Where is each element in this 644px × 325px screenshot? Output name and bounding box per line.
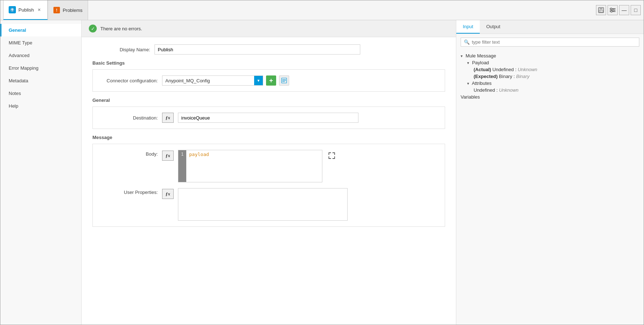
tree-variables[interactable]: Variables: [461, 94, 639, 100]
tree-attributes-undefined: Undefined : Unknown: [474, 87, 639, 94]
add-config-button[interactable]: +: [266, 75, 276, 86]
payload-actual-key: (Actual): [474, 67, 491, 72]
sidebar-item-error-mapping[interactable]: Error Mapping: [0, 62, 81, 74]
payload-expected-key: (Expected): [474, 74, 497, 79]
right-panel: Input Output 🔍 ▾ Mule Message: [456, 20, 644, 325]
tab-problems-label: Problems: [63, 8, 83, 13]
connector-config-select[interactable]: Anypoint_MQ_Config ▾: [162, 75, 263, 86]
status-bar: ✓ There are no errors.: [82, 20, 456, 37]
body-row: Body: ƒx 1 payload: [100, 150, 438, 182]
mule-message-chevron: ▾: [461, 54, 463, 58]
payload-expected-type: Binary: [499, 74, 512, 79]
user-properties-editor[interactable]: [178, 188, 348, 221]
basic-settings-header: Basic Settings: [92, 60, 445, 66]
payload-expected-subtype: Binary: [516, 74, 530, 79]
sidebar-item-notes[interactable]: Notes: [0, 87, 81, 100]
content-area: ✓ There are no errors. Display Name: Bas…: [82, 20, 456, 325]
panel-tabs: Input Output: [456, 20, 644, 34]
general-section-box: Destination: ƒx: [92, 107, 445, 129]
tree-payload-expected: (Expected) Binary : Binary: [474, 73, 639, 80]
sidebar-item-help[interactable]: Help: [0, 100, 81, 112]
tree-attributes-children: Undefined : Unknown: [467, 87, 639, 94]
variables-label: Variables: [461, 94, 480, 100]
user-properties-row: User Properties: ƒx: [100, 188, 438, 221]
connector-config-value: Anypoint_MQ_Config: [162, 78, 254, 83]
settings-button[interactable]: [608, 5, 618, 15]
sidebar: General MIME Type Advanced Error Mapping…: [0, 20, 82, 325]
filter-input-wrap[interactable]: 🔍: [461, 38, 639, 47]
payload-label: Payload: [472, 60, 489, 65]
tree-area: ▾ Mule Message ▾ Payload (Actual): [456, 50, 644, 103]
svg-point-10: [610, 8, 612, 9]
destination-row: Destination: ƒx: [100, 113, 438, 123]
display-name-input[interactable]: [155, 44, 360, 55]
svg-text:!: !: [56, 8, 57, 12]
title-bar: Publish ✕ ! Problems — □: [0, 0, 644, 20]
display-name-label: Display Name:: [92, 47, 150, 52]
edit-config-button[interactable]: [279, 75, 289, 86]
message-section-box: Body: ƒx 1 payload: [92, 144, 445, 227]
tree-payload-children: (Actual) Undefined : Unknown (Expected) …: [467, 66, 639, 80]
status-check-icon: ✓: [89, 25, 97, 32]
svg-rect-4: [600, 8, 602, 9]
tree-payload-actual: (Actual) Undefined : Unknown: [474, 66, 639, 73]
maximize-button[interactable]: □: [631, 5, 641, 15]
publish-tab-icon: [9, 6, 16, 13]
payload-actual-type: Undefined: [492, 67, 514, 72]
payload-actual-subtype: Unknown: [518, 67, 537, 72]
attributes-undefined-type: Undefined: [474, 87, 495, 93]
main-content: General MIME Type Advanced Error Mapping…: [0, 20, 644, 325]
sidebar-item-general[interactable]: General: [0, 24, 81, 36]
body-label: Body:: [100, 150, 158, 157]
sidebar-item-mime-type[interactable]: MIME Type: [0, 36, 81, 49]
attributes-undefined-subtype: Unknown: [499, 87, 518, 93]
general-section-header: General: [92, 98, 445, 103]
message-section-header: Message: [92, 135, 445, 140]
tab-publish-close[interactable]: ✕: [36, 7, 42, 13]
destination-label: Destination:: [100, 115, 158, 121]
attributes-chevron: ▾: [467, 81, 469, 86]
body-expand-button[interactable]: [327, 151, 337, 161]
payload-chevron: ▾: [467, 61, 469, 65]
connector-config-label: Connector configuration:: [100, 78, 158, 83]
code-line-gutter: 1: [178, 150, 186, 182]
body-code-editor[interactable]: 1 payload: [178, 150, 322, 182]
title-bar-actions: — □: [596, 5, 641, 15]
status-message: There are no errors.: [100, 26, 142, 31]
tab-publish-label: Publish: [18, 7, 34, 13]
connector-config-row: Connector configuration: Anypoint_MQ_Con…: [100, 75, 438, 86]
tab-publish[interactable]: Publish ✕: [3, 0, 48, 20]
problems-tab-icon: !: [53, 6, 60, 14]
svg-point-12: [611, 11, 612, 12]
sidebar-item-advanced[interactable]: Advanced: [0, 49, 81, 62]
tab-problems[interactable]: ! Problems: [48, 0, 88, 20]
user-properties-label: User Properties:: [100, 188, 158, 195]
destination-fx-button[interactable]: ƒx: [162, 113, 174, 123]
tree-attributes[interactable]: ▾ Attributes: [467, 80, 639, 87]
panel-tab-input[interactable]: Input: [456, 20, 480, 34]
tree-mule-message-children: ▾ Payload (Actual) Undefined : Unknown: [461, 59, 639, 94]
svg-rect-6: [600, 10, 601, 12]
main-window: Publish ✕ ! Problems — □ General: [0, 0, 644, 325]
code-content[interactable]: payload: [186, 150, 322, 182]
destination-input[interactable]: [178, 113, 358, 123]
connector-config-dropdown-arrow[interactable]: ▾: [254, 76, 263, 85]
save-button[interactable]: [596, 5, 606, 15]
basic-settings-box: Connector configuration: Anypoint_MQ_Con…: [92, 69, 445, 92]
tree-payload[interactable]: ▾ Payload: [467, 59, 639, 66]
attributes-label: Attributes: [472, 81, 492, 86]
connector-config-select-row: Anypoint_MQ_Config ▾ +: [162, 75, 289, 86]
user-properties-fx-button[interactable]: ƒx: [162, 189, 174, 199]
form-area: Display Name: Basic Settings Connector c…: [82, 37, 456, 240]
filter-input[interactable]: [472, 39, 636, 45]
search-icon: 🔍: [464, 39, 470, 45]
display-name-row: Display Name:: [92, 44, 445, 55]
minimize-button[interactable]: —: [619, 5, 629, 15]
tree-mule-message[interactable]: ▾ Mule Message: [461, 52, 639, 59]
body-fx-button[interactable]: ƒx: [162, 151, 174, 161]
mule-message-label: Mule Message: [466, 53, 496, 58]
sidebar-item-metadata[interactable]: Metadata: [0, 74, 81, 87]
svg-point-11: [613, 9, 614, 11]
panel-tab-output[interactable]: Output: [480, 20, 507, 34]
